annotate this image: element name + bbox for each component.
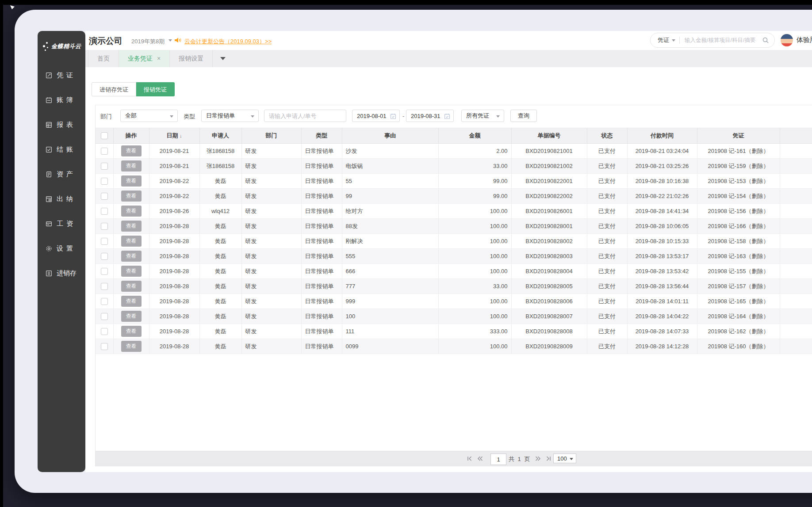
cell-voucher[interactable]: 201908 记-160（删除） — [697, 339, 780, 354]
date-to-input[interactable]: 2019-08-31 — [406, 110, 454, 122]
sidebar-item-asset[interactable]: 资产 — [38, 162, 85, 187]
tab[interactable]: 首页 — [88, 50, 119, 67]
view-button[interactable]: 查看 — [121, 326, 142, 337]
page-size-select[interactable]: 100 — [553, 454, 576, 463]
sidebar-item-label: 工资 — [57, 220, 76, 228]
search-icon[interactable] — [762, 37, 769, 44]
sidebar-item-report[interactable]: 报表 — [38, 112, 85, 137]
cell-voucher[interactable]: 201908 记-166（删除） — [697, 219, 780, 234]
cell-date: 2019-08-28 — [149, 324, 199, 339]
row-checkbox[interactable] — [101, 343, 108, 350]
cell-status: 已支付 — [587, 159, 627, 174]
view-button[interactable]: 查看 — [121, 160, 142, 172]
column-header[interactable]: 付款时间 — [627, 128, 697, 144]
cell-voucher[interactable]: 201908 记-155（删除） — [697, 264, 780, 279]
type-select[interactable]: 日常报销单 — [201, 110, 259, 122]
sidebar-item-voucher[interactable]: 凭证 — [38, 63, 85, 88]
column-header[interactable]: 操作 — [113, 128, 149, 144]
view-button[interactable]: 查看 — [121, 311, 142, 322]
period-selector[interactable]: 2019年第8期 — [131, 38, 165, 46]
view-button[interactable]: 查看 — [121, 296, 142, 307]
date-from-input[interactable]: 2019-08-01 — [352, 110, 400, 122]
tab[interactable]: 业务凭证× — [119, 50, 170, 67]
row-checkbox[interactable] — [101, 283, 108, 290]
view-button[interactable]: 查看 — [121, 341, 142, 352]
column-header[interactable]: 日期 ↓ — [149, 128, 199, 144]
tab-list-dropdown[interactable] — [213, 50, 233, 67]
column-header[interactable]: 部门 — [241, 128, 301, 144]
view-button[interactable]: 查看 — [121, 206, 142, 217]
sidebar-item-settings[interactable]: 设置 — [38, 236, 85, 261]
row-checkbox[interactable] — [101, 328, 108, 335]
last-page-icon[interactable] — [545, 455, 552, 462]
applicant-input[interactable] — [264, 110, 346, 122]
view-button[interactable]: 查看 — [121, 221, 142, 232]
cell-voucher[interactable]: 201908 记-164（删除） — [697, 309, 780, 324]
cell-voucher[interactable]: 201908 记-159（删除） — [697, 159, 780, 174]
cell-department: 研发 — [241, 249, 301, 264]
row-checkbox[interactable] — [101, 178, 108, 185]
column-header[interactable]: 凭证 — [697, 128, 780, 144]
row-spacer-cell — [780, 264, 812, 279]
cell-voucher[interactable]: 201908 记-157（删除） — [697, 279, 780, 294]
view-button[interactable]: 查看 — [121, 266, 142, 277]
tab-close-icon[interactable]: × — [157, 55, 161, 62]
view-button[interactable]: 查看 — [121, 236, 142, 247]
announcement-link[interactable]: 云会计更新公告（2019.09.03）>> — [184, 38, 272, 46]
row-checkbox[interactable] — [101, 193, 108, 200]
search-category-select[interactable]: 凭证 — [658, 36, 669, 44]
column-header[interactable]: 事由 — [342, 128, 438, 144]
select-all-checkbox[interactable] — [101, 132, 108, 139]
cell-voucher[interactable]: 201908 记-165（删除） — [697, 294, 780, 309]
voucher-filter-select[interactable]: 所有凭证 — [461, 110, 504, 122]
inventory-voucher-button[interactable]: 进销存凭证 — [92, 82, 136, 96]
row-checkbox[interactable] — [101, 268, 108, 275]
column-header[interactable]: 单据编号 — [511, 128, 587, 144]
search-input[interactable] — [684, 37, 762, 44]
sidebar-item-payroll[interactable]: 工资 — [38, 211, 85, 236]
ledger-icon — [45, 96, 53, 104]
row-checkbox[interactable] — [101, 253, 108, 260]
row-spacer-cell — [780, 294, 812, 309]
dept-select[interactable]: 全部 — [120, 110, 178, 122]
first-page-icon[interactable] — [466, 455, 473, 462]
view-button[interactable]: 查看 — [121, 191, 142, 202]
cell-voucher[interactable]: 201908 记-158（删除） — [697, 234, 780, 249]
cell-voucher[interactable]: 201908 记-156（删除） — [697, 204, 780, 219]
query-button[interactable]: 查询 — [510, 110, 537, 122]
row-checkbox[interactable] — [101, 238, 108, 245]
row-checkbox[interactable] — [101, 223, 108, 230]
row-checkbox[interactable] — [101, 148, 108, 155]
tab[interactable]: 报销设置 — [170, 50, 213, 67]
sidebar-item-label: 结账 — [57, 145, 76, 154]
column-header[interactable]: 金额 — [438, 128, 511, 144]
row-checkbox[interactable] — [101, 208, 108, 215]
cell-voucher[interactable]: 201908 记-161（删除） — [697, 144, 780, 159]
view-button[interactable]: 查看 — [121, 175, 142, 187]
column-header[interactable]: 类型 — [301, 128, 342, 144]
view-button[interactable]: 查看 — [121, 145, 142, 156]
prev-page-icon[interactable] — [477, 455, 483, 462]
cell-voucher[interactable]: 201908 记-162（删除） — [697, 324, 780, 339]
cell-voucher[interactable]: 201908 记-154（删除） — [697, 189, 780, 204]
expense-voucher-button[interactable]: 报销凭证 — [136, 82, 175, 96]
avatar[interactable] — [781, 34, 793, 46]
sidebar-item-cashier[interactable]: 出纳 — [38, 187, 85, 211]
cell-voucher[interactable]: 201908 记-153（删除） — [697, 174, 780, 189]
view-button[interactable]: 查看 — [121, 281, 142, 292]
row-checkbox[interactable] — [101, 298, 108, 305]
sidebar-item-closing[interactable]: 结账 — [38, 137, 85, 162]
cell-date: 2019-08-28 — [149, 309, 199, 324]
column-header[interactable]: 状态 — [587, 128, 627, 144]
cell-type: 日常报销单 — [301, 144, 342, 159]
row-checkbox[interactable] — [101, 313, 108, 320]
sidebar-item-label: 凭证 — [57, 71, 76, 80]
column-header[interactable]: 申请人 — [199, 128, 241, 144]
next-page-icon[interactable] — [535, 455, 541, 462]
row-checkbox[interactable] — [101, 163, 108, 170]
sidebar-item-ledger[interactable]: 账簿 — [38, 88, 85, 112]
cell-voucher[interactable]: 201908 记-163（删除） — [697, 249, 780, 264]
sidebar-item-inventory[interactable]: 进销存 — [38, 261, 85, 286]
view-button[interactable]: 查看 — [121, 251, 142, 262]
page-number-input[interactable] — [490, 454, 506, 465]
